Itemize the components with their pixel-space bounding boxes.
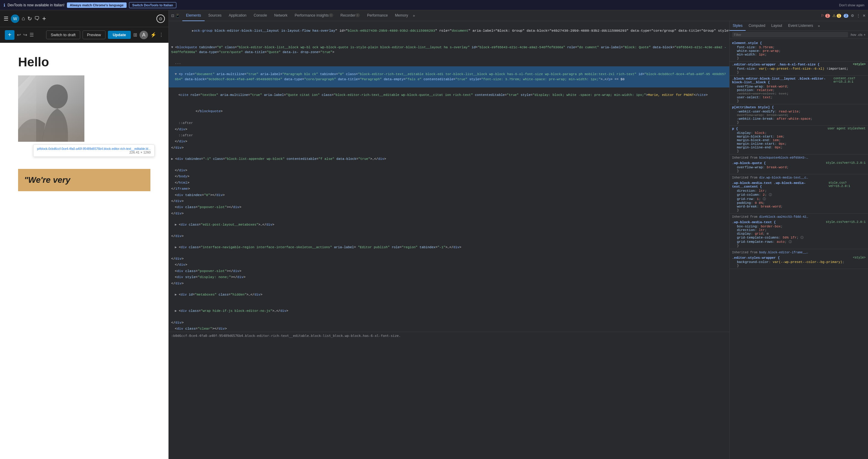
- info-badge: 2: [844, 13, 848, 18]
- devtools-tabs: ⊡ 📱 Elements Sources Application Console…: [169, 10, 868, 21]
- tab-performance[interactable]: Performance: [364, 10, 392, 21]
- html-line[interactable]: </body>: [169, 173, 730, 179]
- html-line[interactable]: </div>: [169, 138, 730, 144]
- html-line[interactable]: </div>: [169, 233, 730, 239]
- plus-icon[interactable]: +: [42, 15, 46, 23]
- dont-show-button[interactable]: Don't show again: [839, 3, 864, 7]
- html-line[interactable]: </div>: [169, 210, 730, 217]
- html-line[interactable]: <div class="popover-slot"></div>: [169, 268, 730, 274]
- html-line[interactable]: <div tabindex="0"></div>: [169, 192, 730, 198]
- image-block: p#block-0cbd6ccf-0ce4-4fa0-a40f-95489d65…: [18, 76, 84, 145]
- html-line[interactable]: </html>: [169, 180, 730, 186]
- html-line[interactable]: <div style="display: none;"></div>: [169, 274, 730, 280]
- more-style-tabs-icon[interactable]: »: [816, 24, 822, 28]
- performance-icon[interactable]: ⚡: [150, 32, 156, 38]
- style-rule: .wp-block-media-text { style.css?ver=15.…: [730, 219, 868, 249]
- tab-application[interactable]: Application: [225, 10, 250, 21]
- layout-icon[interactable]: ⊞: [133, 32, 137, 38]
- list-view-button[interactable]: ☰: [30, 32, 34, 38]
- tab-sources[interactable]: Sources: [205, 10, 225, 21]
- style-selector: .block-editor-block-list__layout .block-…: [732, 77, 833, 84]
- switch-devtools-button[interactable]: Switch DevTools to Italian: [129, 2, 176, 8]
- refresh-icon[interactable]: ↻: [27, 16, 32, 22]
- settings-icon[interactable]: ⚙: [851, 13, 854, 18]
- style-property: direction: ltr;: [732, 228, 866, 232]
- html-line[interactable]: ::after: [169, 120, 730, 126]
- tab-computed[interactable]: Computed: [746, 21, 768, 31]
- comment-icon[interactable]: 🗨: [34, 16, 40, 22]
- tab-recorder[interactable]: Recorder ↑: [337, 10, 364, 21]
- html-line[interactable]: ▶ <div class="interface-navigable-region…: [169, 239, 730, 256]
- image-svg: [18, 76, 84, 142]
- quote-block: "We're very: [18, 169, 150, 191]
- editor-content: Hello: [0, 43, 168, 459]
- post-title: Hello: [18, 55, 150, 69]
- html-line[interactable]: </div>: [169, 256, 730, 262]
- html-line[interactable]: ::after: [169, 133, 730, 138]
- preview-button[interactable]: Preview: [83, 30, 105, 39]
- style-property: grid-row: 1; ⓘ: [732, 197, 866, 201]
- html-line[interactable]: ▶ <div class="wrap hide-if-js block-edit…: [169, 303, 730, 320]
- vertical-dots-icon[interactable]: ⋮: [857, 13, 860, 18]
- html-line[interactable]: <div class="clear"></div>: [169, 326, 730, 332]
- add-block-button[interactable]: +: [5, 30, 14, 40]
- always-match-button[interactable]: Always match Chrome's language: [67, 2, 127, 8]
- elements-panel[interactable]: ▶ock-group block-editor-block-list__layo…: [169, 21, 730, 459]
- style-property: font-size: var(--wp-preset--font-size--6…: [732, 67, 866, 70]
- devtools-inspect-icon[interactable]: ⊡: [171, 13, 174, 18]
- html-line[interactable]: ▶ <div id="metaboxes" class="hidden">…</…: [169, 287, 730, 303]
- undo-button[interactable]: ↩: [17, 32, 21, 38]
- tab-memory[interactable]: Memory: [392, 10, 412, 21]
- html-line[interactable]: </div>: [169, 262, 730, 268]
- html-line[interactable]: <cite role="textbox" aria-multiline="tru…: [169, 87, 730, 103]
- html-line[interactable]: </iframe>: [169, 186, 730, 192]
- html-line[interactable]: ▼ <blockquote tabindex="0" class="block-…: [169, 39, 730, 60]
- avatar[interactable]: A: [140, 31, 148, 39]
- more-options-icon[interactable]: ⋮: [159, 32, 164, 38]
- tab-elements[interactable]: Elements: [182, 10, 205, 21]
- html-line[interactable]: </div>: [169, 145, 730, 151]
- search-circle[interactable]: ⊙: [156, 15, 165, 23]
- styles-content: element.style { font-size: 3.75rem; whit…: [730, 39, 868, 459]
- filter-input[interactable]: [732, 32, 848, 37]
- devtools-right-icons: ⚐ 1 ⚠ 1 2 ⚙ ⋮ ✕: [821, 13, 866, 18]
- status-text: :b0d6ccf-0ce4-4fa0-a40f-95489d6576b4.blo…: [171, 334, 401, 338]
- html-line[interactable]: ▶ <div tabindex="-1" class="block-list-a…: [169, 151, 730, 167]
- tab-event-listeners[interactable]: Event Listeners: [785, 21, 816, 31]
- plus-filter[interactable]: +: [864, 33, 866, 36]
- html-line[interactable]: ▶ <div class="edit-post-layout__metaboxe…: [169, 217, 730, 233]
- style-property: direction: ltr;: [732, 189, 866, 193]
- svg-point-2: [47, 84, 68, 109]
- html-line[interactable]: <div class="popover-slot"></div>: [169, 204, 730, 210]
- tab-layout[interactable]: Layout: [768, 21, 785, 31]
- cls-filter[interactable]: .cls: [858, 33, 863, 36]
- html-line[interactable]: ...: [169, 60, 730, 66]
- tab-styles[interactable]: Styles: [730, 21, 746, 31]
- switch-draft-button[interactable]: Switch to draft: [46, 30, 80, 39]
- hamburger-icon[interactable]: ☰: [4, 16, 8, 22]
- hov-filter[interactable]: :hov: [850, 33, 856, 36]
- devtools-device-icon[interactable]: 📱: [176, 13, 180, 18]
- style-source: style.css?ver=15.2.0:1: [829, 181, 866, 189]
- devtools-status-bar: :b0d6ccf-0ce4-4fa0-a40f-95489d6576b4.blo…: [169, 332, 730, 340]
- html-line[interactable]: </blockquote>: [169, 103, 730, 120]
- style-property: user-select: text;: [732, 95, 866, 99]
- html-line[interactable]: </div>: [169, 126, 730, 133]
- style-property: overflow-wrap: break-word;: [732, 85, 866, 88]
- tab-performance-insights[interactable]: Performance insights ↑: [291, 10, 337, 21]
- more-tabs-icon[interactable]: »: [413, 13, 415, 18]
- tab-console[interactable]: Console: [250, 10, 271, 21]
- html-line[interactable]: ▶ock-group block-editor-block-list__layo…: [169, 22, 730, 39]
- close-devtools-icon[interactable]: ✕: [863, 13, 866, 18]
- notification-bar: ℹ DevTools is now available in Italian! …: [0, 0, 868, 10]
- html-line[interactable]: </div>: [169, 320, 730, 326]
- home-icon[interactable]: ⌂: [22, 16, 25, 22]
- update-button[interactable]: Update: [108, 31, 131, 39]
- html-line[interactable]: </div>: [169, 281, 730, 287]
- html-line[interactable]: </div>: [169, 198, 730, 204]
- html-line[interactable]: </div>: [169, 167, 730, 173]
- html-line-selected[interactable]: ▼ <p role="document" aria-multiline="tru…: [169, 66, 730, 87]
- redo-button[interactable]: ↪: [23, 32, 27, 38]
- info-icon: ℹ: [4, 3, 5, 7]
- tab-network[interactable]: Network: [271, 10, 291, 21]
